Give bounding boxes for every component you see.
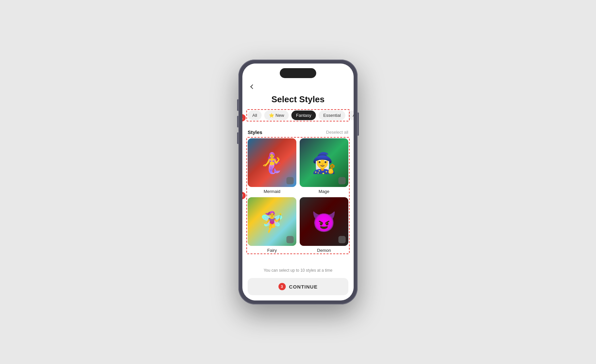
deselect-all-button[interactable]: Deselect all [326,130,348,135]
style-grid: Mermaid Mage [248,138,348,253]
style-card-demon[interactable]: Demon [300,197,348,253]
style-image-fairy [248,197,296,246]
continue-badge: 3 [278,283,286,290]
phone-inner: Select Styles 1 All ⭐ New Fantasy Essent… [242,64,354,300]
styles-label: Styles [248,129,262,135]
filter-tab-row: All ⭐ New Fantasy Essential Art [248,111,348,120]
app-content: Select Styles 1 All ⭐ New Fantasy Essent… [242,82,354,300]
page-title: Select Styles [248,94,348,105]
continue-label: CONTINUE [289,284,318,290]
tab-all[interactable]: All [248,111,262,120]
back-button[interactable] [248,82,258,92]
phone-frame: Select Styles 1 All ⭐ New Fantasy Essent… [238,60,358,304]
mage-label: Mage [319,189,329,194]
annotation-badge-2: 2 [242,192,246,199]
mage-checkbox[interactable] [338,177,346,184]
demon-checkbox[interactable] [338,236,346,243]
styles-section: Styles Deselect all 2 [248,129,348,264]
tab-fantasy[interactable]: Fantasy [291,111,316,120]
mermaid-checkbox[interactable] [286,177,294,184]
screen: Select Styles 1 All ⭐ New Fantasy Essent… [242,64,354,300]
annotation-badge-1: 1 [242,114,246,121]
dynamic-island [280,68,316,78]
tab-new[interactable]: ⭐ New [264,111,289,120]
style-image-mage [300,138,348,187]
style-card-fairy[interactable]: Fairy [248,197,296,253]
continue-section: 3 CONTINUE [248,276,348,300]
tab-essential[interactable]: Essential [319,111,345,120]
style-grid-container: 2 Mermaid [248,138,348,253]
style-card-mage[interactable]: Mage [300,138,348,194]
fairy-checkbox[interactable] [286,236,294,243]
style-card-mermaid[interactable]: Mermaid [248,138,296,194]
fairy-label: Fairy [267,248,277,253]
demon-label: Demon [317,248,331,253]
back-arrow-icon [250,84,255,89]
continue-button[interactable]: 3 CONTINUE [248,278,348,295]
tab-art[interactable]: Art [348,111,354,120]
style-image-mermaid [248,138,296,187]
styles-header: Styles Deselect all [248,129,348,135]
mermaid-label: Mermaid [264,189,280,194]
style-image-demon [300,197,348,246]
filter-tabs-section: 1 All ⭐ New Fantasy Essential Art [248,111,348,125]
info-text: You can select up to 10 styles at a time [248,268,348,273]
